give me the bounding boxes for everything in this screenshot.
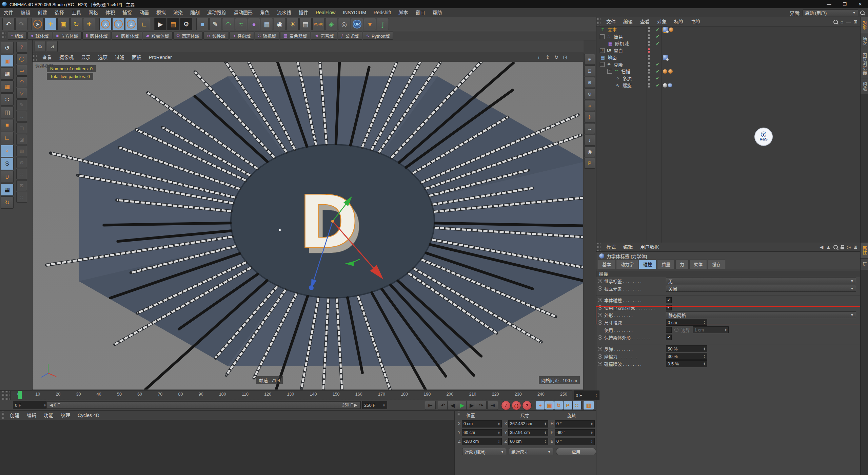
lock-y-axis-button[interactable]: Y [112, 18, 124, 30]
tool-extra-4-button[interactable]: ◪ [16, 134, 27, 145]
field-button-9[interactable]: ◑径向域 [230, 32, 254, 40]
expander-icon[interactable]: − [600, 34, 605, 39]
keyframe-circle-icon[interactable] [598, 279, 602, 283]
render-settings-button[interactable]: ⚙ [180, 18, 192, 30]
碰撞噪波-spinner[interactable]: 0.5 %▲▼ [666, 360, 707, 367]
goto-start-button[interactable]: ⇤ [425, 401, 436, 410]
边界-spinner[interactable]: 1 cm▲▼ [693, 326, 729, 333]
maximize-button[interactable]: ❐ [837, 0, 852, 8]
menu-17[interactable]: 插件 [295, 8, 312, 17]
am-arrow-icon[interactable]: ▲ [826, 244, 831, 250]
om-menu-1[interactable]: 文件 [603, 17, 619, 26]
circle-select-button[interactable]: ◯ [16, 53, 27, 64]
visibility-dots[interactable] [648, 83, 650, 88]
object-row-随机域[interactable]: ▦随机域✓ [596, 40, 860, 47]
tab-基本[interactable]: 基本 [598, 260, 615, 269]
am-back-icon[interactable]: ◀ [820, 244, 823, 250]
qr-tool-button[interactable]: QR [351, 18, 363, 30]
object-row-文本[interactable]: T文本✓ [596, 26, 860, 33]
rotation-H-field[interactable]: 0 °▲▼ [555, 420, 595, 428]
om-grip[interactable] [596, 17, 601, 26]
继承标签-dropdown[interactable]: 无▼ [666, 278, 856, 284]
convert-object-button[interactable]: ↺ [1, 42, 14, 54]
keyframe-circle-icon[interactable] [598, 335, 602, 340]
keyframe-circle-icon[interactable] [598, 286, 602, 291]
coords-palette-button[interactable]: ⧉ [35, 41, 45, 52]
tab-柔体[interactable]: 柔体 [689, 260, 707, 269]
workplane-mode-button[interactable]: ▦ [1, 80, 14, 93]
add-generator-button[interactable]: ◠ [222, 18, 234, 30]
visibility-dots[interactable] [648, 76, 650, 81]
om-menu-4[interactable]: 对象 [653, 17, 670, 26]
tab-动力学[interactable]: 动力学 [616, 260, 638, 269]
redo-button[interactable]: ↷ [15, 18, 27, 30]
menu-15[interactable]: 角色 [256, 8, 273, 17]
object-row-扫描[interactable]: −◠扫描✓ [596, 68, 860, 75]
keyframe-circle-icon[interactable] [598, 362, 602, 366]
layout-icon-4-button[interactable]: ⊖ [584, 89, 595, 99]
minimize-button[interactable]: — [821, 0, 837, 8]
material-menu-5[interactable]: Cycles 4D [74, 411, 103, 420]
field-button-5[interactable]: ▲圆锥体域 [112, 32, 142, 40]
poly-select-button[interactable]: ▽ [16, 88, 27, 99]
am-menu-2[interactable]: 编辑 [619, 243, 636, 252]
undo-button[interactable]: ↶ [2, 18, 15, 30]
viewport-menu-4[interactable]: 选项 [94, 53, 111, 62]
viewport-menu-1[interactable]: 查看 [39, 53, 56, 62]
field-button-1[interactable]: ▪组域 [8, 32, 27, 40]
record-parameter-toggle[interactable]: P [563, 401, 572, 410]
record-rotation-toggle[interactable]: ↻ [554, 401, 563, 410]
render-picture-viewer-button[interactable]: ▤ [167, 18, 179, 30]
rotate-view-icon[interactable]: ↻ [553, 54, 560, 61]
rotation-B-field[interactable]: 0 °▲▼ [555, 438, 595, 445]
add-light-button[interactable]: ☀ [287, 18, 299, 30]
dyn-sel-tag-icon[interactable] [663, 27, 668, 32]
保持柔体外形-checkbox[interactable]: ✓ [666, 335, 672, 340]
workplane-lock-button[interactable]: ▦ [1, 184, 14, 196]
viewport-menu-grip[interactable] [33, 53, 37, 62]
ram-player-button[interactable]: ▥ [583, 401, 594, 410]
外形-dropdown[interactable]: 静态网格▼ [666, 311, 856, 318]
am-search-icon[interactable] [833, 245, 838, 249]
close-button[interactable]: ✕ [852, 0, 868, 8]
edges-mode-button[interactable]: ◫ [1, 106, 14, 118]
object-row-地面[interactable]: ▦地面 [596, 54, 860, 61]
tab-碰撞[interactable]: 碰撞 [639, 260, 656, 269]
coords-grip[interactable] [456, 411, 461, 416]
layout-icon-7-button[interactable]: → [584, 123, 595, 134]
playhead[interactable] [18, 391, 22, 399]
enabled-check-icon[interactable]: ✓ [656, 34, 659, 39]
add-field-button[interactable]: ● [248, 18, 260, 30]
menu-23[interactable]: 帮助 [429, 8, 446, 17]
keyframe-circle-icon[interactable] [598, 320, 602, 325]
goto-end-button[interactable]: ⇥ [487, 401, 498, 410]
add-cube-button[interactable]: ■ [196, 18, 209, 30]
lock-z-axis-button[interactable]: Z [125, 18, 137, 30]
expander-icon[interactable]: − [607, 69, 612, 74]
lasso-select-button[interactable]: ◠ [16, 76, 27, 87]
menu-5[interactable]: 工具 [68, 8, 85, 17]
menu-12[interactable]: 雕刻 [186, 8, 203, 17]
material-menu-3[interactable]: 功能 [40, 411, 57, 420]
menu-19[interactable]: INSYDIUM [339, 8, 370, 17]
size-Z-field[interactable]: 60 cm▲▼ [508, 438, 548, 445]
keyframe-circle-icon[interactable] [598, 354, 602, 359]
add-spline-button[interactable]: ✎ [209, 18, 221, 30]
add-material-button[interactable]: ▤ [299, 18, 312, 30]
field-button-8[interactable]: ↦线性域 [203, 32, 229, 40]
snap-magnet-button[interactable]: ∪ [1, 171, 14, 183]
am-lock-icon[interactable] [841, 247, 844, 249]
visibility-dots[interactable] [648, 34, 650, 39]
panel-tab-层[interactable]: 层 [861, 259, 868, 270]
keying-help-button[interactable]: ? [522, 401, 532, 410]
menu-3[interactable]: 创建 [34, 8, 51, 17]
menu-9[interactable]: 动画 [136, 8, 153, 17]
layout-icon-3-button[interactable]: ⊕ [584, 77, 595, 88]
使用已变形对象-checkbox[interactable]: ✓ [666, 305, 672, 310]
size-X-field[interactable]: 367.432 cm▲▼ [508, 420, 548, 428]
摩擦力-spinner[interactable]: 30 %▲▼ [666, 353, 707, 360]
dyn-tag-icon[interactable] [663, 55, 668, 60]
live-selection-button[interactable]: ➤ [32, 18, 44, 30]
keyframe-circle-icon[interactable] [598, 313, 602, 317]
visibility-dots[interactable] [648, 69, 650, 74]
